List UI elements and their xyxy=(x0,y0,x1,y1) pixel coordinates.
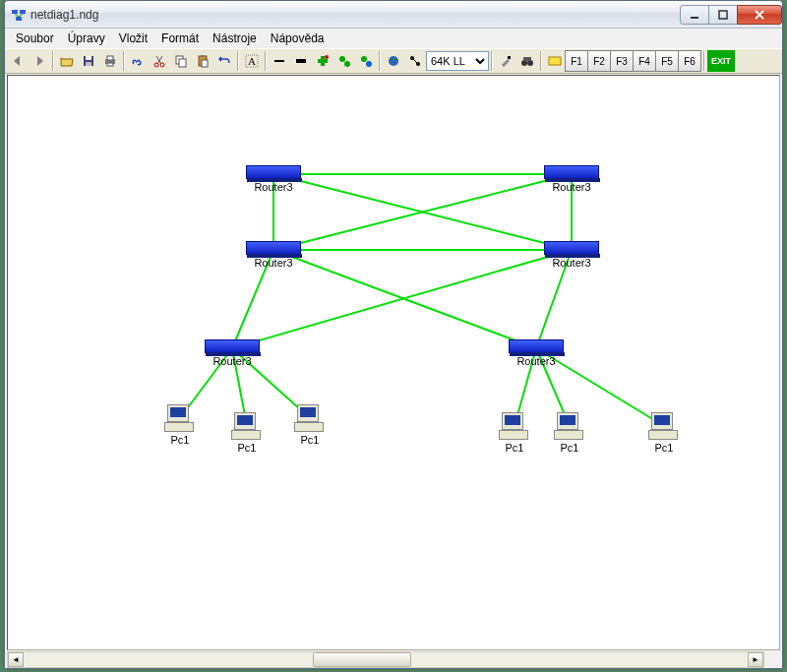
router-icon xyxy=(205,339,260,353)
node-label: Pc1 xyxy=(294,434,326,446)
globe-button[interactable] xyxy=(383,50,404,72)
menu-upravy[interactable]: Úpravy xyxy=(61,30,112,47)
connector-button[interactable] xyxy=(404,50,426,72)
svg-line-4 xyxy=(19,14,23,17)
svg-line-3 xyxy=(15,14,19,17)
node-label: Pc1 xyxy=(164,434,196,446)
f1-button[interactable]: F1 xyxy=(565,50,588,72)
close-button[interactable] xyxy=(737,5,782,25)
router-node[interactable]: Router3 xyxy=(509,339,564,367)
svg-rect-5 xyxy=(691,17,698,19)
svg-point-28 xyxy=(344,61,350,67)
print-button[interactable] xyxy=(99,50,121,72)
svg-rect-8 xyxy=(86,56,91,60)
pc-node[interactable]: Pc1 xyxy=(499,412,530,454)
menu-nastroje[interactable]: Nástroje xyxy=(206,30,264,47)
router-node[interactable]: Router3 xyxy=(246,241,301,269)
svg-rect-35 xyxy=(508,56,511,59)
svg-point-14 xyxy=(160,63,164,67)
add-node-button[interactable] xyxy=(312,50,333,72)
f2-button[interactable]: F2 xyxy=(587,50,611,72)
binoculars-button[interactable] xyxy=(516,50,538,72)
f3-button[interactable]: F3 xyxy=(610,50,634,72)
horizontal-scrollbar[interactable]: ◄ ► xyxy=(7,651,764,668)
router-icon xyxy=(246,241,301,255)
canvas[interactable]: Router3Router3Router3Router3Router3Route… xyxy=(7,75,780,650)
highlight-button[interactable] xyxy=(544,50,566,72)
pc-node[interactable]: Pc1 xyxy=(164,404,196,446)
f4-button[interactable]: F4 xyxy=(633,50,656,72)
separator xyxy=(379,51,381,71)
scroll-left-button[interactable]: ◄ xyxy=(8,652,24,667)
separator xyxy=(540,51,542,71)
text-tool-button[interactable]: A xyxy=(241,50,263,72)
pc-icon xyxy=(648,412,680,440)
pc-node[interactable]: Pc1 xyxy=(294,404,326,446)
line-speed-select[interactable]: 64K LL xyxy=(426,51,489,71)
eyedropper-button[interactable] xyxy=(495,50,516,72)
svg-rect-9 xyxy=(86,62,91,66)
separator xyxy=(491,51,493,71)
connection-line[interactable] xyxy=(273,250,536,348)
pc-node[interactable]: Pc1 xyxy=(554,412,585,454)
app-window: netdiag1.ndg Soubor Úpravy Vložit Formát… xyxy=(4,0,783,669)
node-label: Router3 xyxy=(509,355,564,367)
svg-rect-12 xyxy=(107,63,113,66)
scroll-right-button[interactable]: ► xyxy=(748,652,763,667)
svg-rect-18 xyxy=(201,55,205,57)
scroll-track[interactable] xyxy=(24,652,748,667)
nav-forward-button[interactable] xyxy=(29,50,50,72)
separator xyxy=(703,51,705,71)
toolbar: A 64K LL F1 F2 F3 F4 F5 F6 EXIT xyxy=(5,48,782,74)
undo-button[interactable] xyxy=(213,50,235,72)
menu-soubor[interactable]: Soubor xyxy=(9,30,61,47)
exit-button[interactable]: EXIT xyxy=(707,50,735,72)
menu-vlozit[interactable]: Vložit xyxy=(112,30,154,47)
f5-button[interactable]: F5 xyxy=(655,50,679,72)
router-icon xyxy=(544,241,599,255)
svg-rect-1 xyxy=(20,10,26,14)
save-button[interactable] xyxy=(78,50,99,72)
app-icon xyxy=(11,7,27,23)
svg-rect-25 xyxy=(318,59,328,63)
f6-button[interactable]: F6 xyxy=(678,50,701,72)
pc-node[interactable]: Pc1 xyxy=(648,412,680,454)
router-node[interactable]: Router3 xyxy=(544,241,599,269)
pc-icon xyxy=(499,412,530,440)
open-button[interactable] xyxy=(56,50,78,72)
node-label: Pc1 xyxy=(231,442,263,454)
svg-point-30 xyxy=(366,61,372,67)
maximize-button[interactable] xyxy=(708,5,738,25)
router-node[interactable]: Router3 xyxy=(205,339,260,367)
link-button[interactable] xyxy=(127,50,149,72)
paste-button[interactable] xyxy=(192,50,213,72)
menu-format[interactable]: Formát xyxy=(154,30,206,47)
node-mixed-button[interactable] xyxy=(355,50,377,72)
copy-button[interactable] xyxy=(170,50,192,72)
scroll-thumb[interactable] xyxy=(313,652,411,667)
cut-button[interactable] xyxy=(149,50,170,72)
titlebar[interactable]: netdiag1.ndg xyxy=(5,1,782,29)
connection-line[interactable] xyxy=(273,174,572,250)
node-label: Router3 xyxy=(544,257,599,269)
svg-rect-11 xyxy=(107,56,113,60)
diagram-surface[interactable]: Router3Router3Router3Router3Router3Route… xyxy=(8,76,779,649)
menubar: Soubor Úpravy Vložit Formát Nástroje Náp… xyxy=(5,29,782,48)
node-label: Pc1 xyxy=(554,442,585,454)
svg-point-27 xyxy=(339,56,345,62)
svg-rect-0 xyxy=(12,10,18,14)
router-node[interactable]: Router3 xyxy=(544,165,599,193)
svg-rect-39 xyxy=(549,57,561,65)
node-green-button[interactable] xyxy=(333,50,355,72)
pc-node[interactable]: Pc1 xyxy=(231,412,263,454)
line-thin-button[interactable] xyxy=(269,50,290,72)
connection-line[interactable] xyxy=(273,174,572,250)
svg-rect-19 xyxy=(202,60,208,67)
minimize-button[interactable] xyxy=(680,5,709,25)
node-label: Router3 xyxy=(205,355,260,367)
line-thick-button[interactable] xyxy=(290,50,312,72)
nav-back-button[interactable] xyxy=(7,50,29,72)
node-label: Router3 xyxy=(544,181,599,193)
menu-napoveda[interactable]: Nápověda xyxy=(264,30,332,47)
router-node[interactable]: Router3 xyxy=(246,165,301,193)
